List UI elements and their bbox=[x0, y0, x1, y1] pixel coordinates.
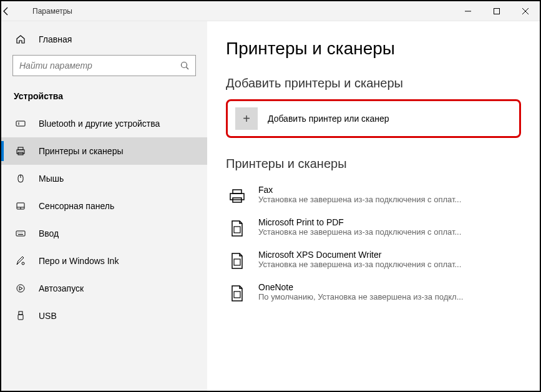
close-button[interactable] bbox=[511, 1, 540, 21]
add-printer-label: Добавить принтер или сканер bbox=[268, 114, 389, 124]
sidebar-item-autoplay[interactable]: Автозапуск bbox=[1, 275, 207, 302]
sidebar-item-usb[interactable]: USB bbox=[1, 302, 207, 330]
device-fax[interactable]: Fax Установка не завершена из-за подключ… bbox=[226, 180, 521, 212]
document-icon bbox=[226, 250, 248, 272]
document-icon bbox=[226, 282, 248, 305]
svg-rect-30 bbox=[234, 259, 240, 265]
home-icon bbox=[14, 34, 27, 45]
device-text: Microsoft Print to PDF Установка не заве… bbox=[258, 217, 521, 237]
printer-icon bbox=[14, 145, 27, 157]
sidebar-item-label: Ввод bbox=[39, 228, 59, 238]
sidebar-item-typing[interactable]: Ввод bbox=[1, 220, 207, 247]
sidebar-item-printers[interactable]: Принтеры и сканеры bbox=[1, 137, 207, 165]
add-highlight-box: + Добавить принтер или сканер bbox=[226, 99, 521, 138]
sidebar-item-label: Bluetooth и другие устройства bbox=[39, 119, 160, 129]
svg-rect-29 bbox=[234, 227, 240, 233]
maximize-button[interactable] bbox=[482, 1, 511, 21]
back-button[interactable] bbox=[1, 6, 26, 16]
svg-point-20 bbox=[21, 232, 22, 233]
device-status: Установка не завершена из-за подключения… bbox=[258, 260, 521, 269]
device-text: Fax Установка не завершена из-за подключ… bbox=[258, 185, 521, 204]
svg-rect-25 bbox=[18, 315, 23, 320]
sidebar-item-touchpad[interactable]: Сенсорная панель bbox=[1, 192, 207, 220]
search-box[interactable] bbox=[12, 55, 196, 76]
section-title: Устройства bbox=[1, 85, 207, 110]
settings-window: Параметры Главная Устройства bbox=[0, 0, 541, 392]
device-xps[interactable]: Microsoft XPS Document Writer Установка … bbox=[226, 245, 521, 277]
home-label: Главная bbox=[39, 34, 72, 44]
keyboard-icon bbox=[14, 228, 27, 239]
svg-rect-10 bbox=[18, 147, 23, 150]
svg-point-22 bbox=[22, 262, 24, 265]
mouse-icon bbox=[14, 173, 27, 184]
pen-icon bbox=[14, 255, 27, 267]
svg-rect-1 bbox=[494, 8, 500, 14]
sidebar-item-bluetooth[interactable]: Bluetooth и другие устройства bbox=[1, 110, 207, 137]
device-name: OneNote bbox=[258, 282, 521, 292]
svg-line-5 bbox=[187, 67, 189, 70]
sidebar-item-label: Автозапуск bbox=[39, 283, 84, 293]
sidebar-item-label: Перо и Windows Ink bbox=[39, 256, 119, 266]
touchpad-icon bbox=[14, 200, 27, 212]
minimize-button[interactable] bbox=[454, 1, 482, 21]
add-section-title: Добавить принтеры и сканеры bbox=[226, 76, 521, 91]
device-name: Microsoft XPS Document Writer bbox=[258, 250, 521, 260]
svg-rect-27 bbox=[233, 190, 241, 194]
search-icon bbox=[174, 61, 195, 71]
document-icon bbox=[226, 217, 248, 240]
svg-point-19 bbox=[19, 232, 20, 233]
sidebar-item-pen[interactable]: Перо и Windows Ink bbox=[1, 247, 207, 275]
svg-rect-24 bbox=[19, 311, 22, 315]
device-name: Microsoft Print to PDF bbox=[258, 217, 521, 227]
list-section-title: Принтеры и сканеры bbox=[226, 157, 521, 171]
device-onenote[interactable]: OneNote По умолчанию, Установка не завер… bbox=[226, 277, 521, 310]
sidebar-item-label: Принтеры и сканеры bbox=[39, 146, 123, 156]
sidebar-item-label: USB bbox=[39, 311, 57, 321]
device-print-pdf[interactable]: Microsoft Print to PDF Установка не заве… bbox=[226, 212, 521, 245]
main-content: Принтеры и сканеры Добавить принтеры и с… bbox=[207, 21, 540, 391]
device-name: Fax bbox=[258, 185, 521, 195]
svg-rect-17 bbox=[16, 231, 25, 236]
device-text: Microsoft XPS Document Writer Установка … bbox=[258, 250, 521, 269]
home-link[interactable]: Главная bbox=[1, 27, 207, 51]
search-input[interactable] bbox=[13, 61, 174, 71]
device-status: Установка не завершена из-за подключения… bbox=[258, 195, 521, 204]
svg-point-23 bbox=[17, 285, 24, 292]
fax-icon bbox=[226, 185, 248, 207]
sidebar: Главная Устройства Bluetooth и другие ус… bbox=[1, 21, 207, 391]
svg-rect-6 bbox=[16, 121, 25, 126]
plus-icon: + bbox=[235, 107, 258, 130]
sidebar-item-label: Мышь bbox=[39, 174, 64, 184]
page-title: Принтеры и сканеры bbox=[226, 39, 521, 59]
svg-point-4 bbox=[182, 62, 187, 68]
autoplay-icon bbox=[14, 283, 27, 294]
svg-rect-31 bbox=[234, 292, 240, 298]
titlebar: Параметры bbox=[1, 1, 540, 21]
device-status: По умолчанию, Установка не завершена из-… bbox=[258, 292, 521, 301]
add-printer-button[interactable]: + Добавить принтер или сканер bbox=[235, 107, 512, 130]
svg-point-18 bbox=[17, 232, 18, 233]
sidebar-item-label: Сенсорная панель bbox=[39, 201, 114, 211]
usb-icon bbox=[14, 310, 27, 321]
window-controls bbox=[454, 1, 540, 21]
body: Главная Устройства Bluetooth и другие ус… bbox=[1, 21, 540, 391]
bluetooth-icon bbox=[14, 118, 27, 129]
sidebar-item-mouse[interactable]: Мышь bbox=[1, 165, 207, 192]
device-status: Установка не завершена из-за подключения… bbox=[258, 227, 521, 237]
device-text: OneNote По умолчанию, Установка не завер… bbox=[258, 282, 521, 301]
window-title: Параметры bbox=[26, 7, 72, 16]
